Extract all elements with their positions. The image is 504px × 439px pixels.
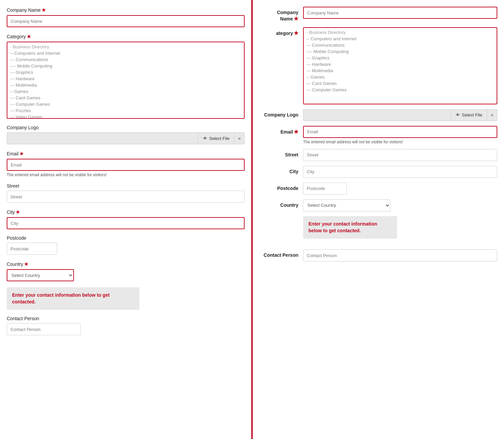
- left-street-group: Street: [7, 183, 245, 203]
- left-contact-info-text: Enter your contact information below to …: [12, 292, 134, 305]
- right-city-group: City: [259, 166, 497, 178]
- left-contact-person-group: Contact Person: [7, 316, 245, 335]
- left-cat-option-3[interactable]: ---- Mobile Computing: [9, 63, 243, 69]
- right-contact-person-col: [303, 249, 497, 261]
- left-category-star: ★: [27, 34, 31, 39]
- right-contact-info-group: Enter your contact information below to …: [259, 216, 497, 245]
- right-email-notice: The entered email address will not be vi…: [303, 140, 497, 144]
- right-country-col: Select Country: [303, 199, 497, 211]
- right-contact-person-input[interactable]: [303, 249, 497, 261]
- right-cat-option-8[interactable]: --- Card Games: [305, 80, 495, 87]
- right-company-logo-col: Select File ×: [303, 109, 497, 121]
- left-postcode-group: Postcode: [7, 235, 245, 255]
- left-email-notice: The entered email address will not be vi…: [7, 173, 245, 177]
- right-cat-option-6[interactable]: --- Multimedia: [305, 67, 495, 74]
- left-cat-option-10[interactable]: --- Puzzles: [9, 107, 243, 114]
- left-cat-option-4[interactable]: --- Graphics: [9, 69, 243, 76]
- left-city-label: City★: [7, 209, 245, 215]
- left-city-input[interactable]: [7, 217, 245, 229]
- left-cat-option-5[interactable]: --- Hardware: [9, 76, 243, 82]
- right-country-select[interactable]: Select Country: [303, 199, 390, 211]
- right-cat-option-1[interactable]: -- Computers and Internet: [305, 36, 495, 42]
- right-postcode-input[interactable]: [303, 183, 347, 195]
- left-cat-option-11[interactable]: --- Video Games: [9, 114, 243, 119]
- right-contact-info-col: Enter your contact information below to …: [303, 216, 497, 245]
- right-city-label: City: [259, 166, 303, 175]
- right-cat-option-4[interactable]: --- Graphics: [305, 55, 495, 61]
- right-select-file-button[interactable]: Select File: [451, 109, 487, 121]
- left-country-label: Country★: [7, 261, 245, 267]
- right-cat-option-5[interactable]: --- Hardware: [305, 61, 495, 67]
- left-cat-option-2[interactable]: --- Communications: [9, 56, 243, 63]
- right-file-upload-path: [303, 109, 451, 121]
- left-email-star: ★: [19, 151, 24, 156]
- right-cat-option-0[interactable]: - Business Directory: [305, 29, 495, 36]
- left-company-name-group: Company Name★: [7, 7, 245, 27]
- right-email-col: The entered email address will not be vi…: [303, 126, 497, 144]
- right-postcode-label: Postcode: [259, 183, 303, 191]
- right-contact-person-group: Contact Person: [259, 249, 497, 261]
- left-cat-option-9[interactable]: --- Computer Games: [9, 101, 243, 107]
- right-cat-option-7[interactable]: -- Games: [305, 74, 495, 80]
- right-cat-option-9[interactable]: --- Computer Games: [305, 87, 495, 93]
- left-country-group: Country★ Select Country: [7, 261, 245, 281]
- right-cat-option-3[interactable]: ---- Mobile Computing: [305, 48, 495, 55]
- left-city-group: City★: [7, 209, 245, 229]
- left-postcode-label: Postcode: [7, 235, 245, 241]
- left-email-group: Email★ The entered email address will no…: [7, 150, 245, 177]
- right-category-label: ategory★: [259, 27, 303, 37]
- left-panel: Company Name★ Category★ - Business Direc…: [0, 0, 251, 439]
- right-company-name-star: ★: [294, 16, 298, 21]
- left-street-input[interactable]: [7, 191, 245, 203]
- right-email-group: Email★ The entered email address will no…: [259, 126, 497, 144]
- left-file-upload-path: [7, 133, 198, 144]
- right-company-logo-label: Company Logo: [259, 109, 303, 118]
- left-clear-file-button[interactable]: ×: [234, 133, 244, 144]
- right-company-logo-group: Company Logo Select File ×: [259, 109, 497, 121]
- right-street-label: Street: [259, 149, 303, 158]
- left-contact-person-input[interactable]: [7, 323, 81, 335]
- right-street-input[interactable]: [303, 149, 497, 161]
- right-clear-file-button[interactable]: ×: [487, 109, 497, 121]
- left-category-label: Category★: [7, 33, 245, 40]
- right-country-label: Country: [259, 199, 303, 208]
- left-company-logo-label: Company Logo: [7, 125, 245, 130]
- left-eye-icon: [203, 136, 207, 141]
- right-category-star: ★: [294, 30, 298, 36]
- right-country-group: Country Select Country: [259, 199, 497, 211]
- right-file-upload-row: Select File ×: [303, 109, 497, 121]
- right-company-name-input[interactable]: [303, 7, 497, 19]
- left-company-logo-group: Company Logo Select File ×: [7, 125, 245, 144]
- left-cat-option-1[interactable]: -- Computers and Internet: [9, 50, 243, 56]
- right-company-name-group: Company Name★: [259, 7, 497, 22]
- right-category-col: - Business Directory -- Computers and In…: [303, 27, 497, 104]
- left-category-group: Category★ - Business Directory -- Comput…: [7, 33, 245, 119]
- left-company-name-label: Company Name★: [7, 7, 245, 13]
- left-street-label: Street: [7, 183, 245, 189]
- right-category-select[interactable]: - Business Directory -- Computers and In…: [303, 27, 497, 104]
- right-contact-person-label: Contact Person: [259, 249, 303, 258]
- left-category-select[interactable]: - Business Directory -- Computers and In…: [7, 42, 245, 119]
- right-email-label: Email★: [259, 126, 303, 136]
- right-postcode-col: [303, 183, 497, 195]
- right-postcode-group: Postcode: [259, 183, 497, 195]
- left-country-star: ★: [24, 261, 29, 267]
- right-city-col: [303, 166, 497, 178]
- left-cat-option-0[interactable]: - Business Directory: [9, 44, 243, 50]
- left-contact-info-box: Enter your contact information below to …: [7, 287, 139, 310]
- left-contact-person-label: Contact Person: [7, 316, 245, 321]
- left-company-name-input[interactable]: [7, 15, 245, 27]
- left-cat-option-8[interactable]: --- Card Games: [9, 95, 243, 101]
- right-cat-option-2[interactable]: --- Communications: [305, 42, 495, 48]
- left-postcode-input[interactable]: [7, 243, 57, 255]
- left-cat-option-6[interactable]: --- Multimedia: [9, 82, 243, 88]
- left-select-file-button[interactable]: Select File: [198, 133, 235, 144]
- right-email-input[interactable]: [303, 126, 497, 138]
- left-file-upload-row: Select File ×: [7, 132, 245, 144]
- right-category-group: ategory★ - Business Directory -- Compute…: [259, 27, 497, 104]
- right-city-input[interactable]: [303, 166, 497, 178]
- left-cat-option-7[interactable]: -- Games: [9, 88, 243, 95]
- left-country-select[interactable]: Select Country: [7, 269, 74, 281]
- left-email-input[interactable]: [7, 159, 245, 171]
- left-company-name-star: ★: [41, 7, 46, 13]
